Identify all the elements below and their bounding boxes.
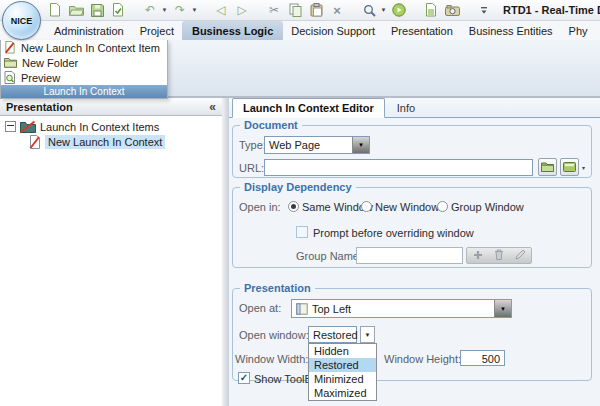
add-icon (473, 250, 483, 260)
open-at-dropdown-arrow-icon[interactable]: ▼ (494, 300, 511, 317)
export-document-icon (425, 3, 437, 17)
navigate-forward-button[interactable]: ▷ (233, 2, 251, 19)
check-icon: ✓ (240, 373, 248, 383)
editor-area: Launch In Context Editor Info Document T… (229, 97, 600, 406)
presentation-group: Presentation Open at: Top Left ▼ Open wi… (232, 288, 592, 381)
cut-icon: ✂ (269, 4, 279, 16)
window-height-input[interactable]: 500 (460, 350, 505, 366)
copy-button[interactable] (286, 2, 304, 19)
type-combobox[interactable]: Web Page ▼ (264, 136, 370, 154)
tree-item-selected[interactable]: New Launch In Context (0, 134, 222, 150)
radio-same-window[interactable] (288, 201, 299, 212)
url-label: URL: (239, 162, 264, 174)
tab-info[interactable]: Info (385, 99, 427, 117)
menu-item-preview[interactable]: Preview (1, 70, 167, 85)
position-top-left-icon (296, 303, 308, 315)
group-name-label: Group Name: (296, 250, 362, 262)
paste-icon (310, 3, 323, 17)
menu-item-label: Preview (21, 72, 60, 84)
prompt-before-overriding-checkbox[interactable] (296, 226, 308, 238)
url-input[interactable] (264, 159, 533, 176)
explorer-title: Presentation (6, 101, 73, 113)
open-button[interactable] (67, 2, 85, 19)
collapse-panel-icon[interactable]: « (209, 101, 216, 113)
panel-splitter[interactable] (222, 97, 229, 406)
undo-button[interactable]: ↶ (141, 2, 159, 19)
save-icon (91, 4, 104, 17)
toolbar-options-icon (480, 6, 488, 15)
back-icon: ◁ (216, 4, 225, 16)
redo-dropdown-caret[interactable]: ▼ (191, 7, 198, 13)
type-value: Web Page (265, 139, 320, 151)
delete-group-button[interactable] (494, 249, 504, 262)
menu-item-new-launch-in-context-item[interactable]: New Launch In Context Item (1, 40, 167, 55)
preview-icon (4, 71, 16, 84)
trash-icon (494, 249, 504, 260)
undo-dropdown-caret[interactable]: ▼ (161, 7, 168, 13)
option-maximized[interactable]: Maximized (309, 386, 376, 400)
ribbon-group-label[interactable]: Launch In Context (1, 85, 167, 98)
page-slashed-icon (29, 135, 41, 149)
window-height-label: Window Height: (384, 353, 461, 365)
radio-group-window[interactable] (437, 201, 448, 212)
redo-button[interactable]: ↷ (171, 2, 189, 19)
open-in-label: Open in: (239, 201, 281, 213)
tab-decision-support[interactable]: Decision Support (283, 21, 383, 40)
radio-new-window[interactable] (361, 201, 372, 212)
tree-item-root[interactable]: Launch In Context Items (0, 116, 222, 134)
toolbar-options-button[interactable] (475, 2, 493, 19)
prompt-before-overriding-label: Prompt before overriding window (313, 227, 474, 239)
type-dropdown-arrow-icon[interactable]: ▼ (352, 137, 369, 153)
open-at-combobox[interactable]: Top Left ▼ (291, 299, 512, 318)
tree-child-label: New Launch In Context (45, 135, 165, 149)
edit-group-button[interactable] (515, 249, 526, 262)
open-window-dropdown-arrow-icon[interactable]: ▼ (360, 326, 375, 343)
copy-icon (289, 3, 302, 17)
new-document-button[interactable] (46, 2, 64, 19)
run-icon (392, 3, 406, 17)
group-name-input[interactable] (356, 247, 463, 264)
presentation-legend: Presentation (240, 282, 315, 294)
add-group-button[interactable] (473, 250, 483, 262)
open-window-combobox[interactable]: Restored (308, 326, 357, 343)
explorer-header: Presentation « (0, 98, 222, 116)
application-window: ↶ ▼ ↷ ▼ ◁ ▷ ✂ × ▼ (0, 0, 600, 406)
option-minimized[interactable]: Minimized (309, 372, 376, 386)
tree-expander-icon[interactable] (5, 121, 16, 132)
delete-button[interactable]: × (328, 2, 346, 19)
find-button[interactable] (360, 2, 378, 19)
tab-presentation[interactable]: Presentation (383, 21, 461, 40)
show-toolbar-checkbox[interactable]: ✓ (238, 372, 250, 384)
snapshot-button[interactable] (443, 2, 461, 19)
option-hidden[interactable]: Hidden (309, 344, 376, 358)
save-button[interactable] (88, 2, 106, 19)
option-restored[interactable]: Restored (309, 358, 376, 372)
browse-url-button[interactable] (538, 158, 557, 176)
url-field-picker-button[interactable] (560, 158, 579, 176)
find-dropdown-caret[interactable]: ▼ (380, 7, 387, 13)
tree-root-label: Launch In Context Items (40, 121, 159, 133)
open-at-label: Open at: (239, 302, 281, 314)
save-all-button[interactable] (109, 2, 127, 19)
tab-business-entities[interactable]: Business Entities (461, 21, 561, 40)
nice-logo-button[interactable]: NICE (2, 1, 41, 40)
cut-button[interactable]: ✂ (265, 2, 283, 19)
radio-new-window-label: New Window (375, 201, 439, 213)
undo-icon: ↶ (145, 4, 155, 16)
tab-launch-in-context-editor[interactable]: Launch In Context Editor (232, 98, 385, 118)
forward-icon: ▷ (237, 4, 246, 16)
redo-icon: ↷ (175, 4, 185, 16)
navigate-back-button[interactable]: ◁ (212, 2, 230, 19)
menu-item-new-folder[interactable]: New Folder (1, 55, 167, 70)
export-document-button[interactable] (422, 2, 440, 19)
display-dependency-group: Display Dependency Open in: Same Window … (232, 187, 592, 268)
tab-administration[interactable]: Administration (46, 21, 132, 40)
url-picker-caret[interactable]: ▾ (580, 164, 587, 171)
run-button[interactable] (390, 2, 408, 19)
menu-item-label: New Launch In Context Item (21, 42, 160, 54)
paste-button[interactable] (307, 2, 325, 19)
editor-tab-bar: Launch In Context Editor Info (229, 98, 600, 118)
tab-business-logic[interactable]: Business Logic (182, 21, 283, 40)
tab-physical[interactable]: Phy (561, 21, 596, 40)
tab-project[interactable]: Project (132, 21, 182, 40)
